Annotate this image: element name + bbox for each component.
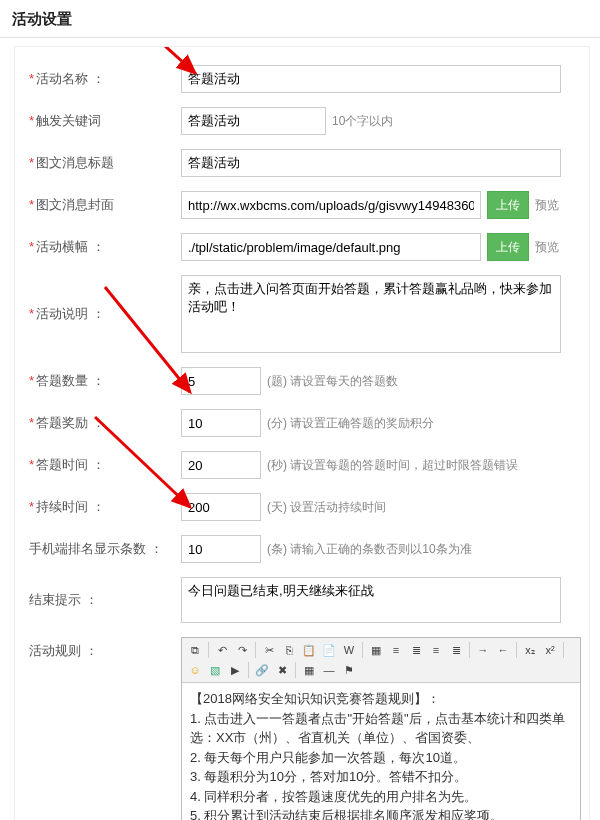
align-center-icon[interactable]: ≣ xyxy=(407,641,425,659)
banner-input[interactable] xyxy=(181,233,481,261)
anchor-icon[interactable]: ⚑ xyxy=(340,661,358,679)
indent-icon[interactable]: → xyxy=(474,641,492,659)
label-endtip: 结束提示： xyxy=(21,577,181,609)
upload-cover-button[interactable]: 上传 xyxy=(487,191,529,219)
msg-title-input[interactable] xyxy=(181,149,561,177)
preview-banner-link[interactable]: 预览 xyxy=(535,239,559,256)
rankcount-hint: (条) 请输入正确的条数否则以10条为准 xyxy=(267,541,472,558)
label-duration: *持续时间： xyxy=(21,493,181,516)
rules-line: 3. 每题积分为10分，答对加10分。答错不扣分。 xyxy=(190,767,572,787)
keyword-hint: 10个字以内 xyxy=(332,113,393,130)
unlink-icon[interactable]: ✖ xyxy=(273,661,291,679)
link-icon[interactable]: 🔗 xyxy=(253,661,271,679)
select-all-icon[interactable]: ▦ xyxy=(367,641,385,659)
copy-icon[interactable]: ⎘ xyxy=(280,641,298,659)
video-icon[interactable]: ▶ xyxy=(226,661,244,679)
preview-cover-link[interactable]: 预览 xyxy=(535,197,559,214)
duration-hint: (天) 设置活动持续时间 xyxy=(267,499,386,516)
rules-line: 4. 同样积分者，按答题速度优先的用户排名为先。 xyxy=(190,787,572,807)
smiley-icon[interactable]: ☺ xyxy=(186,661,204,679)
page-title: 活动设置 xyxy=(0,0,600,38)
outdent-icon[interactable]: ← xyxy=(494,641,512,659)
label-qcount: *答题数量： xyxy=(21,367,181,390)
label-qreward: *答题奖励： xyxy=(21,409,181,432)
undo-icon[interactable]: ↶ xyxy=(213,641,231,659)
align-right-icon[interactable]: ≡ xyxy=(427,641,445,659)
qcount-hint: (题) 请设置每天的答题数 xyxy=(267,373,398,390)
image-icon[interactable]: ▧ xyxy=(206,661,224,679)
rules-line: 1. 点击进入一一答题者点击"开始答题"后，点击基本统计和四类单选：XX市（州）… xyxy=(190,709,572,748)
editor-body[interactable]: 【2018网络安全知识知识竞赛答题规则】： 1. 点击进入一一答题者点击"开始答… xyxy=(182,683,580,820)
rankcount-input[interactable] xyxy=(181,535,261,563)
source-icon[interactable]: ⧉ xyxy=(186,641,204,659)
rules-heading: 【2018网络安全知识知识竞赛答题规则】： xyxy=(190,689,572,709)
qreward-hint: (分) 请设置正确答题的奖励积分 xyxy=(267,415,434,432)
duration-input[interactable] xyxy=(181,493,261,521)
redo-icon[interactable]: ↷ xyxy=(233,641,251,659)
label-banner: *活动横幅： xyxy=(21,233,181,256)
label-desc: *活动说明： xyxy=(21,275,181,323)
sup-icon[interactable]: x² xyxy=(541,641,559,659)
endtip-textarea[interactable] xyxy=(181,577,561,623)
activity-name-input[interactable] xyxy=(181,65,561,93)
desc-textarea[interactable] xyxy=(181,275,561,353)
align-left-icon[interactable]: ≡ xyxy=(387,641,405,659)
label-keyword: *触发关键词 xyxy=(21,107,181,130)
upload-banner-button[interactable]: 上传 xyxy=(487,233,529,261)
rules-line: 5. 积分累计到活动结束后根据排名顺序派发相应奖项。 xyxy=(190,806,572,820)
rules-editor: ⧉ ↶ ↷ ✂ ⎘ 📋 📄 W ▦ ≡ ≣ ≡ ≣ xyxy=(181,637,581,820)
qcount-input[interactable] xyxy=(181,367,261,395)
settings-form: *活动名称： *触发关键词 10个字以内 *图文消息标题 *图文消息封面 上传 … xyxy=(14,46,590,820)
sub-icon[interactable]: x₂ xyxy=(521,641,539,659)
msg-cover-input[interactable] xyxy=(181,191,481,219)
rules-line: 2. 每天每个用户只能参加一次答题，每次10道。 xyxy=(190,748,572,768)
qreward-input[interactable] xyxy=(181,409,261,437)
align-justify-icon[interactable]: ≣ xyxy=(447,641,465,659)
qtime-hint: (秒) 请设置每题的答题时间，超过时限答题错误 xyxy=(267,457,518,474)
label-qtime: *答题时间： xyxy=(21,451,181,474)
label-rules: 活动规则： xyxy=(21,637,181,660)
paste-word-icon[interactable]: W xyxy=(340,641,358,659)
hr-icon[interactable]: — xyxy=(320,661,338,679)
keyword-input[interactable] xyxy=(181,107,326,135)
label-rankcount: 手机端排名显示条数： xyxy=(21,535,181,558)
label-name: *活动名称： xyxy=(21,65,181,88)
cut-icon[interactable]: ✂ xyxy=(260,641,278,659)
editor-toolbar: ⧉ ↶ ↷ ✂ ⎘ 📋 📄 W ▦ ≡ ≣ ≡ ≣ xyxy=(182,638,580,683)
label-msg-title: *图文消息标题 xyxy=(21,149,181,172)
paste-text-icon[interactable]: 📄 xyxy=(320,641,338,659)
paste-icon[interactable]: 📋 xyxy=(300,641,318,659)
qtime-input[interactable] xyxy=(181,451,261,479)
label-msg-cover: *图文消息封面 xyxy=(21,191,181,214)
table-icon[interactable]: ▦ xyxy=(300,661,318,679)
